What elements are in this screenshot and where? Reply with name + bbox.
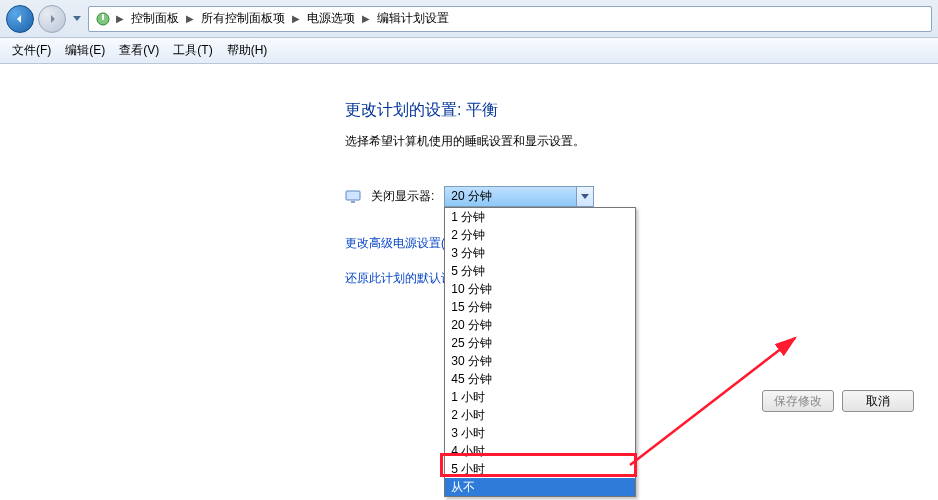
chevron-right-icon: ▶ <box>184 13 196 24</box>
chevron-right-icon: ▶ <box>360 13 372 24</box>
monitor-icon <box>345 189 361 205</box>
combo-option[interactable]: 1 小时 <box>445 388 635 406</box>
forward-button[interactable] <box>38 5 66 33</box>
combo-dropdown-list[interactable]: 1 分钟2 分钟3 分钟5 分钟10 分钟15 分钟20 分钟25 分钟30 分… <box>444 207 636 497</box>
combo-option[interactable]: 20 分钟 <box>445 316 635 334</box>
turn-off-display-label: 关闭显示器: <box>371 188 434 205</box>
save-button[interactable]: 保存修改 <box>762 390 834 412</box>
combo-selected-value: 20 分钟 <box>445 187 576 206</box>
page-subtitle: 选择希望计算机使用的睡眠设置和显示设置。 <box>345 133 905 150</box>
turn-off-display-combo[interactable]: 20 分钟 1 分钟2 分钟3 分钟5 分钟10 分钟15 分钟20 分钟25 … <box>444 186 594 207</box>
combo-option[interactable]: 3 小时 <box>445 424 635 442</box>
power-options-icon <box>95 11 111 27</box>
menu-tools[interactable]: 工具(T) <box>167 39 218 62</box>
breadcrumb-bar[interactable]: ▶ 控制面板 ▶ 所有控制面板项 ▶ 电源选项 ▶ 编辑计划设置 <box>88 6 932 32</box>
menu-file[interactable]: 文件(F) <box>6 39 57 62</box>
menu-view[interactable]: 查看(V) <box>113 39 165 62</box>
content-area: 更改计划的设置: 平衡 选择希望计算机使用的睡眠设置和显示设置。 关闭显示器: … <box>0 64 938 500</box>
combo-option[interactable]: 2 分钟 <box>445 226 635 244</box>
combo-option[interactable]: 1 分钟 <box>445 208 635 226</box>
combo-option[interactable]: 3 分钟 <box>445 244 635 262</box>
chevron-right-icon: ▶ <box>114 13 126 24</box>
svg-rect-3 <box>351 201 355 203</box>
nav-toolbar: ▶ 控制面板 ▶ 所有控制面板项 ▶ 电源选项 ▶ 编辑计划设置 <box>0 0 938 38</box>
combo-option[interactable]: 15 分钟 <box>445 298 635 316</box>
combo-option[interactable]: 5 小时 <box>445 460 635 478</box>
combo-option[interactable]: 从不 <box>445 478 635 496</box>
menu-help[interactable]: 帮助(H) <box>221 39 274 62</box>
page-title: 更改计划的设置: 平衡 <box>345 100 905 121</box>
chevron-right-icon: ▶ <box>290 13 302 24</box>
breadcrumb-item[interactable]: 电源选项 <box>305 10 357 27</box>
combo-option[interactable]: 25 分钟 <box>445 334 635 352</box>
breadcrumb-item[interactable]: 控制面板 <box>129 10 181 27</box>
menu-edit[interactable]: 编辑(E) <box>59 39 111 62</box>
combo-option[interactable]: 30 分钟 <box>445 352 635 370</box>
back-button[interactable] <box>6 5 34 33</box>
svg-rect-1 <box>102 14 104 20</box>
combo-option[interactable]: 45 分钟 <box>445 370 635 388</box>
combo-option[interactable]: 4 小时 <box>445 442 635 460</box>
breadcrumb-item[interactable]: 编辑计划设置 <box>375 10 451 27</box>
dialog-buttons: 保存修改 取消 <box>762 390 914 412</box>
svg-rect-2 <box>346 191 360 200</box>
combo-option[interactable]: 5 分钟 <box>445 262 635 280</box>
turn-off-display-row: 关闭显示器: 20 分钟 1 分钟2 分钟3 分钟5 分钟10 分钟15 分钟2… <box>345 186 905 207</box>
breadcrumb-item[interactable]: 所有控制面板项 <box>199 10 287 27</box>
menu-bar: 文件(F) 编辑(E) 查看(V) 工具(T) 帮助(H) <box>0 38 938 64</box>
combo-option[interactable]: 10 分钟 <box>445 280 635 298</box>
combo-option[interactable]: 2 小时 <box>445 406 635 424</box>
chevron-down-icon[interactable] <box>576 187 593 206</box>
cancel-button[interactable]: 取消 <box>842 390 914 412</box>
history-dropdown-icon[interactable] <box>70 5 84 33</box>
